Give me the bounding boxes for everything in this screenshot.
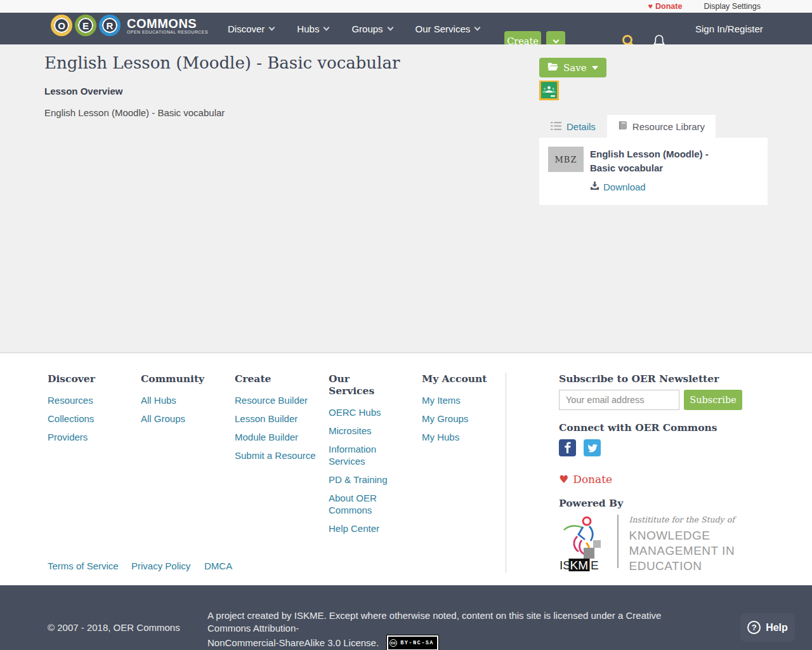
dmca-link[interactable]: DMCA — [204, 560, 232, 571]
nav-item-groups[interactable]: Groups — [351, 23, 392, 34]
logo-commons-text: COMMONS — [127, 17, 208, 30]
footer-link-resource-builder[interactable]: Resource Builder — [235, 394, 324, 406]
nav-item-our-services[interactable]: Our Services — [416, 23, 480, 34]
caret-down-icon — [592, 66, 598, 70]
topbar-donate-label: Donate — [655, 2, 682, 11]
save-button[interactable]: Save — [539, 58, 606, 77]
newsletter-heading: Subscribe to OER Newsletter — [559, 373, 775, 385]
footer-link-about-oer-commons[interactable]: About OER Commons — [329, 492, 398, 516]
resource-title: English Lesson (Moodle) - Basic vocabula… — [590, 147, 733, 175]
iskme-logo-divider — [617, 515, 619, 568]
iskme-education-line: EDUCATION — [629, 559, 735, 574]
lesson-description: English Lesson (Moodle) - Basic vocabula… — [44, 107, 225, 118]
footer-link-help-center[interactable]: Help Center — [329, 522, 398, 534]
iskme-logo[interactable]: IS KM E Instititute for the Study of KNO… — [559, 515, 735, 574]
nav-item-label: Discover — [228, 23, 265, 34]
page-title: English Lesson (Moodle) - Basic vocabula… — [44, 53, 400, 72]
footer-link-module-builder[interactable]: Module Builder — [235, 431, 324, 443]
footer-column-our-services: Our Services OERC Hubs Microsites Inform… — [329, 373, 398, 541]
iskme-logo-text: Instititute for the Study of KNOWLEDGE M… — [629, 515, 735, 574]
chevron-down-icon — [269, 24, 275, 30]
navbar: O E R COMMONS OPEN EDUCATIONAL RESOURCES… — [0, 13, 812, 44]
terms-of-service-link[interactable]: Terms of Service — [48, 560, 131, 571]
powered-by-heading: Powered By — [559, 497, 623, 509]
help-button-label: Help — [766, 622, 788, 633]
twitter-icon[interactable] — [584, 439, 601, 459]
footer-donate-label: Donate — [573, 473, 612, 486]
copyright-text: © 2007 - 2018, OER Commons — [48, 622, 180, 633]
nav-item-label: Our Services — [416, 23, 471, 34]
main-content: English Lesson (Moodle) - Basic vocabula… — [0, 44, 812, 353]
bottom-bar: © 2007 - 2018, OER Commons A project cre… — [0, 585, 812, 650]
facebook-icon[interactable] — [559, 439, 576, 459]
nav-item-discover[interactable]: Discover — [228, 23, 274, 34]
sign-in-register-link[interactable]: Sign In/Register — [695, 13, 763, 44]
email-field[interactable] — [559, 390, 679, 410]
heart-icon: ♥ — [648, 2, 653, 11]
footer-heading: Create — [235, 373, 324, 385]
iskme-figure-graphic: IS KM E — [559, 515, 603, 572]
footer-link-microsites[interactable]: Microsites — [329, 425, 398, 437]
footer-column-create: Create Resource Builder Lesson Builder M… — [235, 373, 324, 468]
license-line-2: NonCommercial-ShareAlike 3.0 License. cc… — [207, 635, 690, 650]
footer-link-collections[interactable]: Collections — [48, 413, 133, 425]
footer-column-my-account: My Account My Items My Groups My Hubs — [422, 373, 498, 449]
footer-link-submit-a-resource[interactable]: Submit a Resource — [235, 449, 324, 461]
topbar-donate-link[interactable]: ♥Donate — [648, 2, 683, 11]
newsletter-form: Subscribe — [559, 390, 742, 410]
nav-item-label: Hubs — [297, 23, 319, 34]
footer-link-resources[interactable]: Resources — [48, 394, 133, 406]
save-button-label: Save — [563, 62, 587, 74]
folder-icon — [547, 62, 558, 74]
list-icon — [551, 121, 561, 132]
iskme-institute-line: Instititute for the Study of — [629, 515, 735, 524]
file-thumbnail-mbz[interactable]: MBZ — [548, 147, 584, 172]
iskme-text-e: E — [591, 559, 599, 572]
footer-heading: Discover — [48, 373, 133, 385]
download-icon — [590, 181, 599, 192]
license-text: A project created by ISKME. Except where… — [207, 609, 690, 650]
help-button[interactable]: ? Help — [740, 613, 795, 642]
tab-details[interactable]: Details — [539, 115, 607, 138]
footer-donate-link[interactable]: ♥Donate — [559, 473, 612, 486]
footer-link-my-hubs[interactable]: My Hubs — [422, 431, 498, 443]
chevron-down-icon — [324, 24, 330, 30]
book-icon — [618, 121, 627, 132]
iskme-knowledge-line: KNOWLEDGE — [629, 528, 735, 543]
logo-tagline: OPEN EDUCATIONAL RESOURCES — [127, 30, 208, 34]
footer-link-my-items[interactable]: My Items — [422, 394, 498, 406]
tab-resource-library[interactable]: Resource Library — [607, 115, 716, 138]
google-classroom-icon — [541, 82, 557, 100]
iskme-management-line: MANAGEMENT IN — [629, 543, 735, 559]
footer: Discover Resources Collections Providers… — [0, 354, 812, 585]
display-settings-link[interactable]: Display Settings — [704, 2, 761, 11]
privacy-policy-link[interactable]: Privacy Policy — [131, 560, 204, 571]
footer-link-my-groups[interactable]: My Groups — [422, 413, 498, 425]
footer-link-all-hubs[interactable]: All Hubs — [141, 394, 226, 406]
iskme-text-is: IS — [560, 559, 571, 572]
resource-library-card: MBZ English Lesson (Moodle) - Basic voca… — [539, 138, 768, 205]
logo-ring-o: O — [51, 15, 72, 36]
heart-icon: ♥ — [559, 473, 568, 486]
lesson-overview-heading: Lesson Overview — [44, 86, 122, 96]
resource-tabs: Details Resource Library — [539, 115, 716, 138]
footer-link-pd-training[interactable]: PD & Training — [329, 474, 398, 486]
footer-link-providers[interactable]: Providers — [48, 431, 133, 443]
footer-link-lesson-builder[interactable]: Lesson Builder — [235, 413, 324, 425]
chevron-down-icon — [553, 37, 559, 43]
top-utility-bar: ♥Donate Display Settings — [0, 0, 812, 13]
oer-commons-logo[interactable]: O E R COMMONS OPEN EDUCATIONAL RESOURCES — [51, 15, 208, 36]
logo-wordmark: COMMONS OPEN EDUCATIONAL RESOURCES — [127, 17, 208, 34]
nav-item-hubs[interactable]: Hubs — [297, 23, 329, 34]
download-link[interactable]: Download — [590, 181, 646, 192]
cc-by-nc-sa-badge[interactable]: cc BY-NC-SA — [386, 635, 439, 650]
footer-link-information-services[interactable]: Information Services — [329, 443, 398, 467]
footer-link-oerc-hubs[interactable]: OERC Hubs — [329, 406, 398, 418]
page: ♥Donate Display Settings O E R COMMONS O… — [0, 0, 812, 650]
footer-link-all-groups[interactable]: All Groups — [141, 413, 226, 425]
subscribe-button[interactable]: Subscribe — [684, 390, 742, 410]
tab-details-label: Details — [566, 121, 596, 132]
nav-item-label: Groups — [351, 23, 383, 34]
google-classroom-share-button[interactable] — [539, 81, 559, 100]
legal-links: Terms of Service Privacy Policy DMCA — [48, 560, 232, 571]
